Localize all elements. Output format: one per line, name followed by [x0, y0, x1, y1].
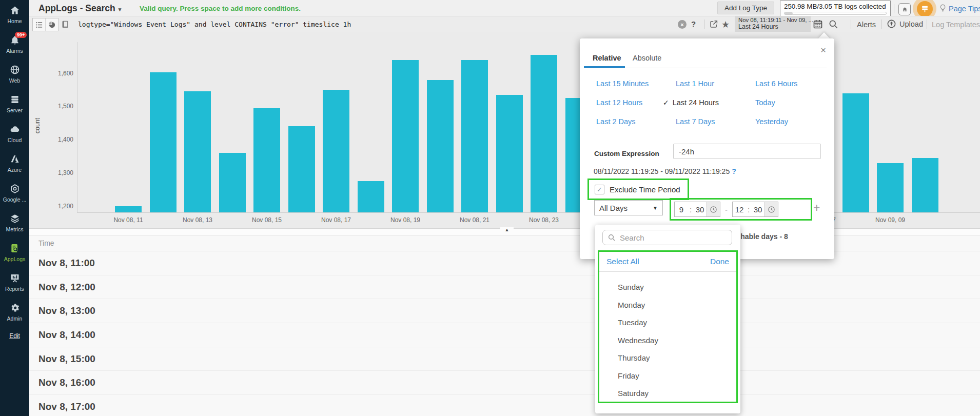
quick-range-last-6-hours[interactable]: Last 6 Hours: [755, 80, 797, 88]
chart-bar[interactable]: [496, 95, 523, 212]
upload-link[interactable]: Upload: [887, 19, 923, 29]
quick-range-last-1-hour[interactable]: Last 1 Hour: [676, 80, 714, 88]
select-all-link[interactable]: Select All: [606, 257, 639, 266]
chart-bar[interactable]: [115, 206, 142, 212]
table-header-time[interactable]: Time: [29, 235, 980, 251]
chart-bar[interactable]: [288, 126, 315, 212]
quick-range-yesterday[interactable]: Yesterday: [755, 117, 788, 126]
done-link[interactable]: Done: [710, 257, 729, 266]
from-clock-icon[interactable]: [707, 202, 720, 216]
from-hour-input[interactable]: 9: [675, 205, 688, 214]
time-range-display[interactable]: Nov 08, 11:19:11 - Nov 09, ... Last 24 H…: [735, 16, 811, 32]
alerts-link[interactable]: Alerts: [857, 21, 876, 29]
days-search-input[interactable]: [619, 233, 732, 243]
table-row[interactable]: Nov 8, 13:00: [29, 299, 980, 323]
exclude-time-period-checkbox[interactable]: ✓: [595, 185, 604, 194]
sidebar: Home 99+ Alarms Web Server Cloud Azure G…: [0, 0, 29, 416]
sidebar-item-reports[interactable]: Reports: [0, 273, 29, 292]
colon: :: [688, 205, 693, 214]
collapse-chart-handle-icon[interactable]: ▲: [500, 227, 514, 232]
divider: [704, 19, 704, 29]
tab-absolute[interactable]: Absolute: [633, 54, 661, 62]
page-tips-link[interactable]: Page Tips: [949, 5, 980, 13]
day-option-saturday[interactable]: Saturday: [618, 385, 736, 403]
page-title[interactable]: AppLogs - Search▾: [38, 3, 121, 14]
time-range-label: Last 24 Hours: [738, 23, 807, 30]
days-select[interactable]: All Days ▼: [594, 200, 663, 215]
day-option-thursday[interactable]: Thursday: [618, 349, 736, 367]
day-option-tuesday[interactable]: Tuesday: [618, 314, 736, 332]
quick-range-last-12-hours[interactable]: Last 12 Hours: [596, 98, 642, 107]
to-clock-icon[interactable]: [765, 202, 778, 216]
table-row[interactable]: Nov 8, 14:00: [29, 323, 980, 347]
x-axis-tick: Nov 08, 13: [167, 216, 228, 224]
check-icon: ✓: [663, 98, 669, 107]
list-view-icon[interactable]: [33, 18, 45, 31]
table-row[interactable]: Nov 8, 11:00: [29, 251, 980, 275]
chart-bar[interactable]: [427, 80, 454, 212]
close-icon[interactable]: ×: [820, 45, 826, 56]
chart-bar[interactable]: [323, 90, 349, 212]
chart-bar[interactable]: [912, 158, 938, 212]
day-option-wednesday[interactable]: Wednesday: [618, 332, 736, 350]
chart-bar[interactable]: [461, 60, 488, 212]
log-templates-link[interactable]: Log Templates: [932, 21, 980, 29]
sidebar-item-admin[interactable]: Admin: [0, 303, 29, 322]
table-row[interactable]: Nov 8, 12:00: [29, 275, 980, 300]
day-option-friday[interactable]: Friday: [618, 367, 736, 385]
sidebar-item-azure[interactable]: Azure: [0, 154, 29, 173]
exclude-time-period-annotation: ✓ Exclude Time Period: [587, 179, 689, 200]
quick-range-last-7-days[interactable]: Last 7 Days: [676, 117, 715, 126]
search-submit-icon[interactable]: [828, 19, 838, 29]
custom-expression-input[interactable]: [673, 144, 821, 159]
chart-bar[interactable]: [842, 93, 869, 212]
range-help-icon[interactable]: ?: [732, 167, 736, 175]
chart-resize-strip[interactable]: ▲: [29, 228, 980, 235]
search-query-input[interactable]: logtype="Windows Event Logs" and level C…: [78, 21, 351, 28]
dashboard-home-icon[interactable]: [898, 3, 911, 15]
chart-bar[interactable]: [392, 60, 419, 212]
quick-range-last-15-minutes[interactable]: Last 15 Minutes: [596, 80, 649, 88]
day-option-monday[interactable]: Monday: [618, 296, 736, 314]
tab-relative[interactable]: Relative: [593, 54, 621, 62]
sidebar-item-applogs[interactable]: AppLogs: [0, 243, 29, 262]
table-row[interactable]: Nov 8, 15:00: [29, 347, 980, 371]
sidebar-item-cloud[interactable]: Cloud: [0, 124, 29, 143]
chart-bar[interactable]: [531, 55, 557, 212]
table-row[interactable]: Nov 8, 16:00: [29, 371, 980, 395]
clear-query-icon[interactable]: ×: [678, 20, 687, 29]
sidebar-item-server[interactable]: Server: [0, 94, 29, 113]
sidebar-item-alarms[interactable]: 99+ Alarms: [0, 35, 29, 54]
quick-range-today[interactable]: Today: [755, 98, 775, 107]
chart-bar[interactable]: [877, 163, 904, 212]
sidebar-item-metrics[interactable]: Metrics: [0, 213, 29, 232]
share-search-icon[interactable]: [709, 19, 718, 29]
chart-bar[interactable]: [184, 91, 211, 212]
days-select-value: All Days: [599, 204, 653, 212]
favorite-star-icon[interactable]: ★: [721, 19, 730, 30]
to-hour-input[interactable]: 12: [733, 205, 746, 214]
add-exclude-period-icon[interactable]: +: [813, 201, 820, 215]
to-minute-input[interactable]: 30: [751, 205, 765, 214]
sidebar-item-google-cloud[interactable]: Google ...: [0, 184, 29, 203]
calendar-icon[interactable]: [813, 19, 823, 29]
sidebar-item-home[interactable]: Home: [0, 5, 29, 24]
sidebar-edit-link[interactable]: Edit: [0, 332, 29, 340]
sidebar-item-label: Alarms: [0, 48, 29, 54]
chart-bar[interactable]: [253, 108, 280, 212]
server-icon: [0, 94, 29, 106]
add-log-type-button[interactable]: Add Log Type: [717, 2, 774, 14]
sidebar-item-web[interactable]: Web: [0, 65, 29, 84]
table-row[interactable]: Nov 8, 17:00: [29, 395, 980, 416]
quick-range-last-24-hours-selected[interactable]: ✓Last 24 Hours: [663, 98, 719, 107]
saved-searches-book-icon[interactable]: [61, 19, 70, 29]
from-minute-input[interactable]: 30: [693, 205, 707, 214]
chart-bar[interactable]: [219, 153, 246, 212]
quick-range-last-2-days[interactable]: Last 2 Days: [596, 117, 636, 126]
chart-bar[interactable]: [358, 181, 384, 212]
pie-chart-icon[interactable]: [45, 18, 58, 31]
chart-bar[interactable]: [150, 72, 177, 212]
query-help-icon[interactable]: ?: [691, 19, 696, 28]
title-caret-icon: ▾: [119, 6, 122, 12]
day-option-sunday[interactable]: Sunday: [618, 279, 736, 296]
